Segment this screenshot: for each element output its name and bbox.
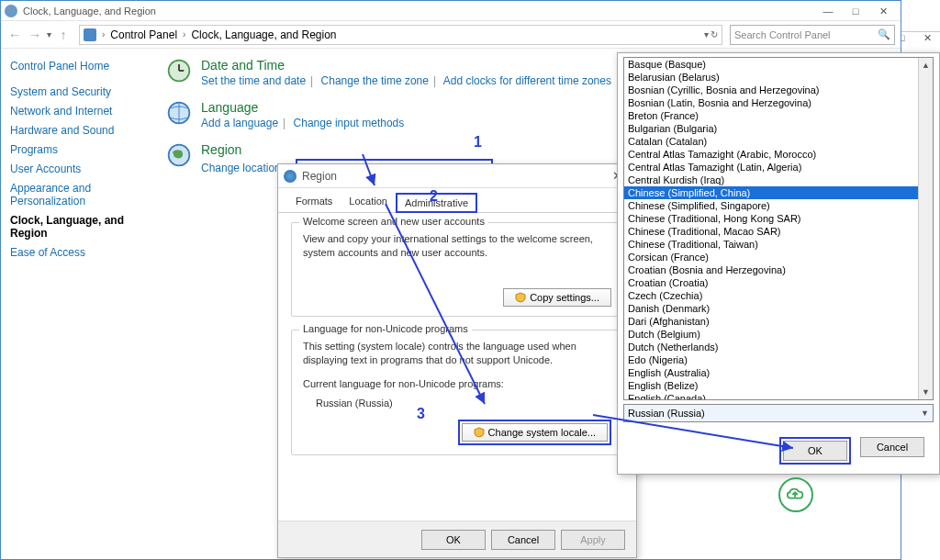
link-change-location[interactable]: Change location: [201, 162, 281, 174]
sidebar-item-appearance[interactable]: Appearance and Personalization: [10, 182, 139, 207]
locale-list-item[interactable]: Breton (France): [624, 109, 933, 122]
locale-combo[interactable]: Russian (Russia) ▼: [623, 404, 934, 422]
sidebar: Control Panel Home System and Security N…: [1, 49, 148, 559]
breadcrumb-current[interactable]: Clock, Language, and Region: [187, 27, 340, 43]
tab-location[interactable]: Location: [341, 192, 396, 212]
refresh-icon[interactable]: ↻: [711, 29, 718, 39]
locale-list-item[interactable]: Central Atlas Tamazight (Latin, Algeria): [624, 161, 933, 174]
address-bar: ← → ▾ ↑ › Control Panel › Clock, Languag…: [1, 21, 901, 49]
ok-button[interactable]: OK: [421, 530, 486, 550]
scroll-up-icon[interactable]: ▲: [919, 58, 933, 73]
back-button[interactable]: ←: [6, 27, 23, 43]
breadcrumb-root[interactable]: Control Panel: [106, 27, 181, 43]
locale-list-item[interactable]: Basque (Basque): [624, 58, 933, 71]
change-locale-label: Change system locale...: [488, 427, 596, 438]
link-input-methods[interactable]: Change input methods: [294, 117, 405, 129]
scroll-down-icon[interactable]: ▼: [919, 385, 933, 399]
breadcrumb-dropdown[interactable]: ▾: [704, 29, 709, 39]
nonunicode-text: This setting (system locale) controls th…: [303, 340, 611, 368]
group-legend: Welcome screen and new user accounts: [299, 216, 488, 227]
category-title[interactable]: Language: [201, 100, 404, 115]
link-change-tz[interactable]: Change the time zone: [321, 74, 429, 87]
region-footer: OK Cancel Apply: [278, 521, 636, 557]
tab-formats[interactable]: Formats: [287, 192, 341, 212]
locale-list[interactable]: Basque (Basque)Belarusian (Belarus)Bosni…: [623, 57, 934, 400]
locale-list-item[interactable]: Croatian (Croatia): [624, 276, 933, 289]
category-title[interactable]: Date and Time: [201, 58, 611, 73]
chevron-right-icon: ›: [100, 29, 106, 39]
cancel-button[interactable]: Cancel: [491, 530, 555, 550]
locale-combo-value: Russian (Russia): [628, 408, 921, 419]
globe-icon: [166, 100, 192, 126]
region-title: Region: [302, 170, 603, 183]
region-titlebar[interactable]: Region ✕: [278, 164, 636, 188]
locale-list-item[interactable]: Bosnian (Latin, Bosnia and Herzegovina): [624, 96, 933, 109]
locale-list-item[interactable]: Dutch (Belgium): [624, 328, 933, 341]
locale-list-item[interactable]: Chinese (Traditional, Hong Kong SAR): [624, 212, 933, 225]
up-button[interactable]: ↑: [55, 27, 72, 43]
region-tabs: Formats Location Administrative: [278, 188, 636, 213]
sidebar-item-network[interactable]: Network and Internet: [10, 105, 139, 118]
locale-list-item[interactable]: Corsican (France): [624, 251, 933, 263]
locale-list-item[interactable]: Chinese (Traditional, Macao SAR): [624, 225, 933, 238]
annotation-2: 2: [430, 188, 438, 205]
search-input[interactable]: Search Control Panel 🔍: [730, 25, 895, 45]
sidebar-home[interactable]: Control Panel Home: [10, 60, 139, 73]
locale-list-item[interactable]: Danish (Denmark): [624, 302, 933, 315]
sidebar-item-hardware[interactable]: Hardware and Sound: [10, 124, 139, 137]
locale-list-item[interactable]: Central Atlas Tamazight (Arabic, Morocco…: [624, 148, 933, 161]
locale-list-item[interactable]: Chinese (Traditional, Taiwan): [624, 238, 933, 251]
titlebar[interactable]: Clock, Language, and Region — □ ✕: [1, 1, 901, 21]
locale-list-item[interactable]: Dari (Afghanistan): [624, 315, 933, 328]
category-title[interactable]: Region: [201, 142, 493, 157]
ok-button[interactable]: OK: [783, 441, 847, 461]
recent-dropdown[interactable]: ▾: [47, 29, 51, 39]
locale-list-item[interactable]: Belarusian (Belarus): [624, 71, 933, 84]
locale-list-item[interactable]: Edo (Nigeria): [624, 353, 933, 366]
window-title: Clock, Language, and Region: [23, 6, 814, 17]
current-lang-label: Current language for non-Unicode program…: [303, 377, 611, 391]
forward-button[interactable]: →: [27, 27, 43, 43]
close-icon: ✕: [914, 32, 940, 50]
locale-dialog: Basque (Basque)Belarusian (Belarus)Bosni…: [617, 52, 940, 475]
apply-button: Apply: [561, 530, 625, 550]
locale-list-item[interactable]: Central Kurdish (Iraq): [624, 174, 933, 186]
region-icon: [284, 170, 297, 183]
shield-icon: [474, 427, 485, 438]
search-icon: 🔍: [878, 28, 890, 40]
link-set-time[interactable]: Set the time and date: [201, 74, 306, 87]
locale-list-item[interactable]: Chinese (Simplified, China): [624, 186, 933, 199]
welcome-text: View and copy your international setting…: [303, 232, 611, 261]
locale-list-item[interactable]: Chinese (Simplified, Singapore): [624, 199, 933, 212]
watermark-badge: [778, 477, 813, 512]
breadcrumb-bar[interactable]: › Control Panel › Clock, Language, and R…: [79, 25, 722, 45]
sidebar-item-programs[interactable]: Programs: [10, 143, 139, 156]
locale-list-item[interactable]: Bulgarian (Bulgaria): [624, 122, 933, 135]
locale-list-item[interactable]: English (Canada): [624, 392, 933, 400]
clock-icon: [166, 58, 192, 84]
locale-list-item[interactable]: Dutch (Netherlands): [624, 341, 933, 353]
copy-settings-label: Copy settings...: [530, 292, 599, 303]
group-nonunicode: Language for non-Unicode programs This s…: [291, 330, 623, 456]
locale-list-item[interactable]: Catalan (Catalan): [624, 135, 933, 148]
locale-list-item[interactable]: Czech (Czechia): [624, 289, 933, 302]
link-add-clocks[interactable]: Add clocks for different time zones: [443, 74, 611, 87]
cancel-button[interactable]: Cancel: [860, 437, 924, 457]
close-button[interactable]: ✕: [869, 2, 897, 20]
locale-list-item[interactable]: English (Australia): [624, 366, 933, 379]
minimize-button[interactable]: —: [814, 2, 842, 20]
link-add-lang[interactable]: Add a language: [201, 117, 278, 129]
chevron-down-icon: ▼: [921, 409, 929, 418]
chevron-right-icon: ›: [181, 29, 187, 39]
sidebar-item-clock[interactable]: Clock, Language, and Region: [10, 214, 139, 240]
locale-list-item[interactable]: English (Belize): [624, 379, 933, 392]
sidebar-item-system[interactable]: System and Security: [10, 85, 139, 98]
scrollbar[interactable]: ▲ ▼: [918, 58, 933, 399]
maximize-button[interactable]: □: [842, 2, 869, 20]
copy-settings-button[interactable]: Copy settings...: [503, 288, 611, 307]
sidebar-item-ease[interactable]: Ease of Access: [10, 246, 139, 259]
locale-list-item[interactable]: Croatian (Bosnia and Herzegovina): [624, 263, 933, 276]
sidebar-item-users[interactable]: User Accounts: [10, 162, 139, 175]
locale-list-item[interactable]: Bosnian (Cyrillic, Bosnia and Herzegovin…: [624, 84, 933, 96]
change-system-locale-button[interactable]: Change system locale...: [462, 423, 608, 442]
